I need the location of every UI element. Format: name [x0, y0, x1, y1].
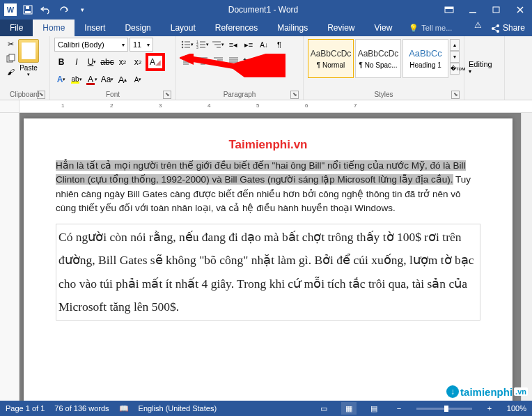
tab-view[interactable]: View — [365, 20, 402, 36]
decrease-indent-button[interactable]: ≡◂ — [226, 38, 240, 52]
align-left-button[interactable] — [180, 54, 194, 68]
svg-point-16 — [182, 47, 183, 48]
multilevel-list-button[interactable]: ▾ — [211, 38, 225, 52]
web-layout-button[interactable]: ▤ — [366, 402, 382, 415]
numbering-button[interactable]: 123▾ — [196, 38, 210, 52]
svg-rect-2 — [26, 6, 29, 9]
borders-button[interactable]: ▾ — [272, 54, 286, 68]
paragraph-1[interactable]: Hẳn là tất cả mọi người trên thế giới đề… — [56, 159, 480, 215]
bullets-button[interactable]: ▾ — [180, 38, 194, 52]
language-indicator[interactable]: English (United States) — [139, 404, 217, 413]
tab-layout[interactable]: Layout — [161, 20, 205, 36]
shrink-font-button[interactable]: A▾ — [131, 72, 145, 86]
style-name: ¶ No Spac... — [359, 61, 398, 69]
paste-button[interactable]: Paste ▾ — [18, 38, 39, 77]
qat-customize-button[interactable]: ▾ — [75, 3, 89, 17]
clipboard-launcher[interactable]: ⬊ — [37, 91, 45, 99]
editing-label: Editing — [469, 60, 492, 68]
copy-button[interactable] — [4, 52, 17, 64]
read-mode-button[interactable]: ▭ — [316, 402, 331, 415]
format-painter-button[interactable]: 🖌 — [4, 66, 17, 78]
tab-mailings[interactable]: Mailings — [267, 20, 318, 36]
styles-scroll-up[interactable]: ▴ — [450, 39, 460, 51]
styles-group-label: Styles — [374, 91, 393, 98]
paragraph-group-label: Paragraph — [224, 91, 256, 98]
styles-launcher[interactable]: ⬊ — [451, 91, 460, 99]
font-name-value: Calibri (Body) — [58, 40, 104, 49]
grow-font-button[interactable]: A▴ — [116, 72, 130, 86]
line-spacing-button[interactable]: ‡≡▾ — [242, 54, 256, 68]
spellcheck-icon[interactable]: 📖 — [119, 404, 129, 413]
share-button[interactable]: Share — [484, 20, 532, 36]
word-count[interactable]: 76 of 136 words — [54, 404, 109, 413]
show-marks-button[interactable]: ¶ — [272, 38, 286, 52]
ribbon-options-button[interactable] — [437, 0, 461, 20]
align-center-button[interactable] — [196, 54, 210, 68]
font-size-value: 11 — [133, 40, 141, 49]
align-right-button[interactable] — [211, 54, 225, 68]
minimize-button[interactable] — [461, 0, 485, 20]
share-label: Share — [503, 23, 525, 33]
zoom-in-button[interactable]: + — [482, 402, 497, 415]
zoom-slider[interactable] — [416, 408, 472, 410]
print-layout-button[interactable]: ▦ — [341, 402, 357, 415]
zoom-level[interactable]: 100% — [507, 404, 526, 413]
increase-indent-button[interactable]: ▸≡ — [242, 38, 256, 52]
zoom-out-button[interactable]: − — [391, 402, 407, 415]
styles-scroll-down[interactable]: ▾ — [450, 51, 460, 63]
redo-button[interactable] — [57, 3, 71, 17]
paragraph-2[interactable]: Có người còn nói rằng, nếu đang đi dạo m… — [56, 224, 480, 321]
tab-home[interactable]: Home — [33, 20, 75, 36]
font-launcher[interactable]: ⬊ — [163, 91, 171, 99]
font-name-combo[interactable]: Calibri (Body)▾ — [54, 38, 128, 52]
window-title: Document1 - Word — [89, 5, 437, 15]
tab-insert[interactable]: Insert — [75, 20, 115, 36]
tab-review[interactable]: Review — [318, 20, 364, 36]
shading-button[interactable]: ▾ — [257, 54, 271, 68]
svg-point-14 — [182, 44, 183, 45]
subscript-button[interactable]: x2 — [116, 55, 130, 69]
undo-button[interactable] — [39, 3, 53, 17]
bold-button[interactable]: B — [54, 55, 68, 69]
strikethrough-button[interactable]: abc — [100, 55, 114, 69]
cut-button[interactable]: ✂ — [4, 38, 17, 50]
underline-button[interactable]: U▾ — [85, 55, 99, 69]
ruler-corner — [0, 100, 19, 112]
font-color-button[interactable]: A▾ — [85, 72, 99, 86]
close-button[interactable] — [508, 0, 532, 20]
style-name: Heading 1 — [409, 61, 441, 69]
tell-me-search[interactable]: 💡 Tell me... — [402, 20, 473, 36]
justify-button[interactable] — [226, 54, 240, 68]
logo-suffix: .vn — [514, 387, 528, 396]
style-sample: AaBbCc — [409, 48, 442, 59]
clear-formatting-button[interactable]: A◢ — [146, 54, 164, 70]
horizontal-ruler[interactable]: 1234567 — [19, 100, 532, 112]
vertical-scrollbar[interactable] — [521, 113, 532, 401]
style-normal[interactable]: AaBbCcDc¶ Normal — [308, 39, 354, 78]
tab-design[interactable]: Design — [115, 20, 160, 36]
svg-rect-43 — [274, 57, 282, 65]
editing-menu[interactable]: Editing ▾ — [469, 38, 500, 88]
style-heading1[interactable]: AaBbCcHeading 1 — [402, 39, 448, 78]
highlight-button[interactable]: ab▾ — [70, 72, 84, 86]
styles-more-button[interactable]: �том — [450, 63, 460, 75]
document-page[interactable]: Taimienphi.vn Hẳn là tất cả mọi người tr… — [24, 118, 513, 401]
paragraph-launcher[interactable]: ⬊ — [290, 91, 299, 99]
word-app-icon: W — [4, 3, 17, 16]
save-button[interactable] — [21, 3, 35, 17]
sort-button[interactable]: A↓ — [257, 38, 271, 52]
maximize-button[interactable] — [485, 0, 508, 20]
style-no-spacing[interactable]: AaBbCcDc¶ No Spac... — [355, 39, 401, 78]
tab-references[interactable]: References — [205, 20, 267, 36]
change-case-button[interactable]: Aa▾ — [100, 72, 114, 86]
italic-button[interactable]: I — [70, 55, 84, 69]
font-size-combo[interactable]: 11▾ — [130, 38, 153, 52]
superscript-button[interactable]: x2 — [131, 55, 145, 69]
page-indicator[interactable]: Page 1 of 1 — [6, 404, 45, 413]
tab-file[interactable]: File — [0, 20, 33, 36]
vertical-ruler[interactable] — [0, 113, 19, 401]
svg-rect-6 — [493, 7, 499, 13]
svg-point-12 — [182, 41, 183, 43]
text-effects-button[interactable]: A▾ — [54, 72, 68, 86]
warning-icon[interactable]: ⚠ — [473, 20, 484, 31]
